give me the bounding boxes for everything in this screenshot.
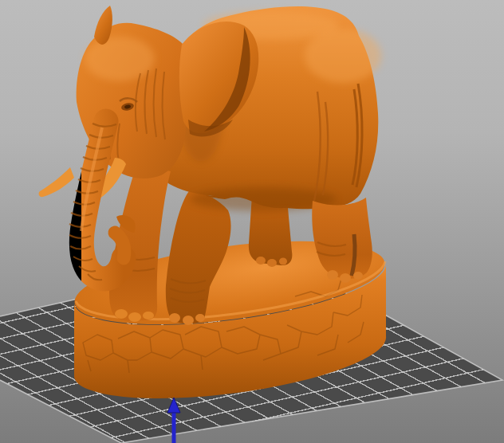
axis-arrow-head [167, 398, 180, 413]
front-far-toe [169, 313, 180, 323]
hind-far-toe [256, 257, 266, 265]
hind-near-toe [327, 270, 338, 280]
front-near-toe [128, 312, 141, 322]
front-near-toe [143, 312, 154, 320]
elephant-tusk-left [39, 167, 74, 197]
head-highlight [85, 37, 155, 81]
hind-far-toe [279, 258, 287, 265]
hind-near-toe [353, 272, 363, 280]
z-axis-arrow [167, 398, 180, 443]
front-far-toe [195, 314, 205, 322]
slicer-3d-viewport[interactable] [0, 0, 504, 443]
hind-near-toe [340, 273, 351, 283]
front-far-toe [183, 316, 194, 325]
elephant-model[interactable] [39, 6, 381, 325]
model-scene [0, 0, 504, 443]
axis-arrow-shaft [172, 410, 176, 443]
hind-far-toe [267, 259, 277, 267]
front-near-toe [115, 309, 128, 319]
rump-highlight [305, 29, 381, 83]
